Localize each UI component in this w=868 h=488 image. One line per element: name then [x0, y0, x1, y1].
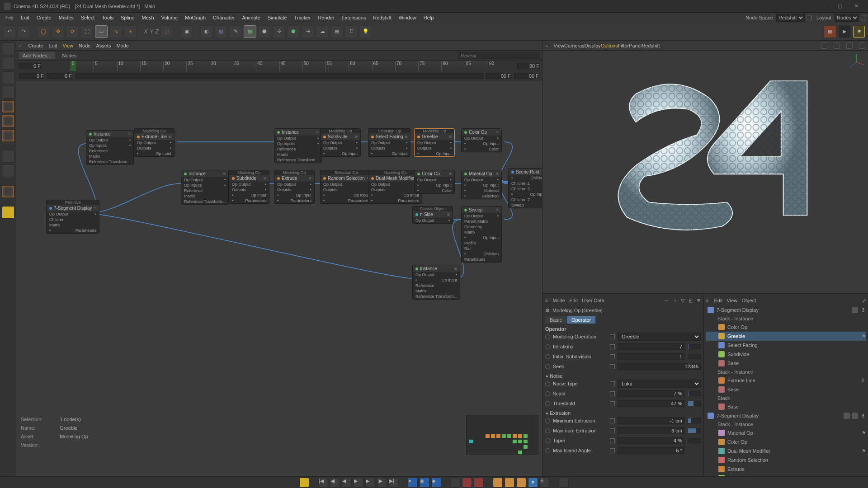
- menu-character[interactable]: Character: [209, 15, 238, 20]
- live-select-button[interactable]: ◯: [37, 25, 50, 38]
- vp-menu-view[interactable]: View: [553, 43, 564, 48]
- initial-subdiv-slider[interactable]: [687, 354, 701, 359]
- menu-simulate[interactable]: Simulate: [264, 15, 291, 20]
- workplane-mode-button[interactable]: [2, 71, 14, 84]
- om-item[interactable]: Greeble ⚑: [706, 332, 866, 341]
- rec-rot-button[interactable]: [462, 478, 472, 488]
- attr-menu-mode[interactable]: Mode: [552, 298, 565, 303]
- spline-pen-button[interactable]: ✎: [229, 25, 242, 38]
- primitive-cube-button[interactable]: ▧: [215, 25, 227, 38]
- max-extrusion-slider[interactable]: [687, 428, 701, 433]
- field-button[interactable]: ✢: [273, 25, 285, 38]
- menu-edit[interactable]: Edit: [17, 15, 33, 20]
- flag-icon[interactable]: ⚑: [862, 333, 866, 339]
- node-inst1[interactable]: Instance≡ Op Output •Op Inputs •Referenc…: [86, 130, 134, 165]
- initial-subdiv-field[interactable]: [618, 353, 684, 360]
- viewport[interactable]: [542, 51, 868, 293]
- scale-slider[interactable]: [687, 391, 701, 396]
- rec-scale-button[interactable]: [474, 478, 484, 488]
- minimize-button[interactable]: —: [816, 2, 832, 11]
- timeline-ruler[interactable]: 051015202530354045505560657075808590: [71, 61, 488, 71]
- noise-section[interactable]: Noise: [545, 373, 701, 379]
- prev-frame-button[interactable]: ◀: [342, 478, 352, 488]
- om-item[interactable]: 7-Segment Display 3: [706, 305, 866, 314]
- opt-r-button[interactable]: [516, 478, 526, 488]
- om-item[interactable]: Extrude Line 2: [706, 376, 866, 385]
- node-extr2[interactable]: Modeling Op Extrude≡ Op Output •Outputs …: [274, 170, 315, 204]
- menu-file[interactable]: File: [2, 15, 17, 20]
- node-selfac[interactable]: Selection Op Select Facing≡ Op Output •O…: [368, 128, 410, 157]
- place-tool-button[interactable]: ↘: [109, 25, 122, 38]
- undo-button[interactable]: ↶: [3, 25, 15, 38]
- point-mode-button[interactable]: [2, 100, 14, 113]
- om-item[interactable]: 7-Segment Display 3: [706, 411, 866, 420]
- layout-select[interactable]: Nodes: [835, 14, 859, 22]
- menu-help[interactable]: Help: [420, 15, 438, 20]
- node-subdiv1[interactable]: Modeling Op Subdivide≡ Op Output •Output…: [320, 128, 361, 157]
- om-item[interactable]: Base: [706, 359, 866, 368]
- render-view-button[interactable]: ▣: [180, 25, 193, 38]
- volume-button[interactable]: ☁: [316, 25, 329, 38]
- lock-icon[interactable]: ⎘: [689, 298, 692, 303]
- rec-pos-button[interactable]: [450, 478, 460, 488]
- taper-slider[interactable]: [687, 438, 701, 443]
- node-colop2[interactable]: Color Op≡ Op Output ••Op Input•Color: [414, 170, 455, 194]
- om-menu-object[interactable]: Object: [741, 298, 756, 303]
- lock-icon[interactable]: [861, 15, 866, 20]
- attr-menu-edit[interactable]: Edit: [569, 298, 578, 303]
- minimap[interactable]: [466, 415, 538, 455]
- tag-icon[interactable]: [852, 413, 858, 419]
- menu-redshift[interactable]: Redshift: [369, 15, 395, 20]
- node-root[interactable]: Scene Root≡ •ChildrenChildren.1Children.…: [508, 168, 542, 208]
- node-menu-mode[interactable]: Mode: [113, 43, 132, 48]
- grid-button[interactable]: [2, 164, 14, 177]
- misc-button[interactable]: [559, 478, 569, 488]
- next-frame-button[interactable]: ▶: [365, 478, 375, 488]
- vp-menu-redshift[interactable]: Redshift: [642, 43, 660, 48]
- node-colop1[interactable]: Color Op≡ Op Output ••Op Input•Color: [461, 128, 502, 152]
- min-extrusion-slider[interactable]: [687, 418, 701, 423]
- attr-menu-user-data[interactable]: User Data: [582, 298, 604, 303]
- om-item[interactable]: Subdivide: [706, 350, 866, 359]
- pla-button[interactable]: ⠿: [540, 478, 550, 488]
- keyframe-sel-button[interactable]: ◆: [431, 478, 441, 488]
- om-item[interactable]: Color Op: [706, 437, 866, 446]
- scale-field[interactable]: [618, 390, 684, 397]
- param-button[interactable]: P: [528, 478, 538, 488]
- x-axis-toggle[interactable]: X: [144, 28, 148, 35]
- vp-nav-2[interactable]: [834, 42, 840, 49]
- iterations-slider[interactable]: [687, 344, 701, 349]
- modeling-operation-select[interactable]: Greeble: [618, 333, 701, 341]
- autokey-toggle[interactable]: ◉: [420, 478, 429, 488]
- back-icon[interactable]: ←: [665, 298, 670, 303]
- node-inst2[interactable]: Instance≡ Op Output •Op Inputs •Referenc…: [181, 170, 229, 205]
- node-menu-node[interactable]: Node: [76, 43, 93, 48]
- taper-field[interactable]: [618, 437, 684, 444]
- node-menu-create[interactable]: Create: [25, 43, 46, 48]
- om-menu-view[interactable]: View: [727, 298, 738, 303]
- node-rsel[interactable]: Selection Op Random Selection≡ Op Output…: [320, 170, 373, 204]
- light-button[interactable]: 💡: [359, 25, 372, 38]
- menu-tracker[interactable]: Tracker: [291, 15, 315, 20]
- menu-select[interactable]: Select: [77, 15, 99, 20]
- vp-menu-filter[interactable]: Filter: [618, 43, 629, 48]
- om-expand-icon[interactable]: ⤢: [862, 298, 866, 304]
- add-nodes-button[interactable]: Add Nodes...: [19, 52, 55, 59]
- generator-button[interactable]: ▦: [244, 25, 256, 38]
- model-mode-button[interactable]: [2, 42, 14, 55]
- menu-tools[interactable]: Tools: [98, 15, 117, 20]
- menu-mograph[interactable]: MoGraph: [181, 15, 209, 20]
- autokey-button[interactable]: [299, 478, 309, 488]
- next-key-button[interactable]: |▶: [377, 478, 387, 488]
- coord-system-button[interactable]: ⬚: [160, 25, 173, 38]
- max-island-field[interactable]: [618, 447, 684, 454]
- flag-icon[interactable]: ⚑: [862, 448, 866, 454]
- node-extl[interactable]: Modeling Op Extrude Line≡ Op Output •Out…: [134, 128, 175, 157]
- poly-mode-button[interactable]: [2, 129, 14, 142]
- om-item[interactable]: Color Op: [706, 323, 866, 332]
- edge-mode-button[interactable]: [2, 115, 14, 127]
- maximize-button[interactable]: ▢: [832, 2, 848, 11]
- noise-type-select[interactable]: Luka: [618, 380, 701, 388]
- goto-end-button[interactable]: ▶|: [389, 478, 399, 488]
- goto-start-button[interactable]: |◀: [318, 478, 328, 488]
